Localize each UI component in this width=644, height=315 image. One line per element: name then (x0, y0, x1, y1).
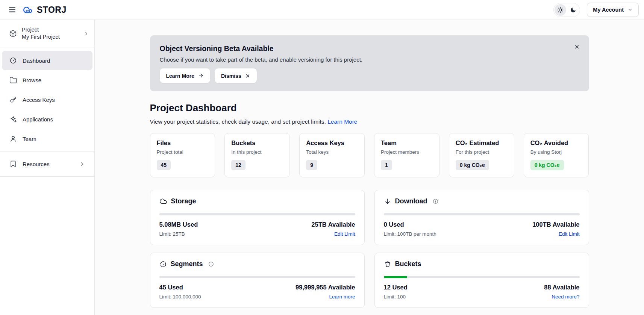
stat-subtitle: Project total (157, 149, 209, 155)
progress-bar (384, 276, 580, 278)
available-value: 25TB Available (311, 221, 355, 228)
page-subtitle: View your project statistics, check dail… (150, 118, 589, 125)
usage-footer: Limit: 100 Need more? (384, 294, 580, 300)
usage-card-buckets: Buckets 12 Used 88 Available Limit: 100 … (374, 253, 589, 308)
usage-values: 0 Used 100TB Available (384, 221, 580, 228)
learn-more-link[interactable]: Learn More (327, 118, 357, 125)
segments-icon (159, 260, 167, 268)
learn-more-button[interactable]: Learn More (160, 68, 210, 83)
limit-text: Limit: 100TB per month (384, 231, 436, 237)
stat-card-files: Files Project total 45 (150, 133, 215, 177)
usage-card-title: Storage (171, 197, 196, 205)
used-value: 12 Used (384, 284, 408, 291)
stat-title: Team (381, 139, 433, 147)
used-value: 0 Used (384, 221, 404, 228)
stat-value-badge: 1 (381, 160, 392, 170)
folder-icon (9, 76, 17, 84)
stat-value-badge: 0 kg CO₂e (530, 160, 564, 170)
banner-actions: Learn More Dismiss (160, 68, 579, 83)
stat-subtitle: By using Storj (530, 149, 582, 155)
sidebar-item-label: Resources (23, 161, 50, 167)
chevron-right-icon (83, 31, 89, 36)
storj-logo: STORJ (22, 5, 67, 15)
available-value: 99,999,955 Available (295, 284, 355, 291)
usage-card-title: Segments (171, 260, 203, 268)
sidebar-item-resources[interactable]: Resources (2, 154, 92, 174)
sidebar-item-label: Browse (23, 77, 41, 83)
sidebar-item-label: Applications (23, 116, 53, 123)
project-box-icon (9, 30, 17, 38)
my-account-label: My Account (593, 7, 624, 13)
usage-card-header: Storage (159, 197, 355, 205)
usage-card-title: Buckets (395, 260, 421, 268)
usage-card-header: Buckets (384, 260, 580, 268)
stat-title: Buckets (231, 139, 283, 147)
versioning-banner: Object Versioning Beta Available Choose … (150, 35, 589, 91)
info-icon[interactable] (208, 261, 214, 267)
sidebar-nav: Dashboard Browse Access Keys (0, 47, 94, 177)
usage-values: 45 Used 99,999,955 Available (159, 284, 355, 291)
stat-subtitle: For this project (456, 149, 508, 155)
cloud-icon (159, 197, 167, 205)
sidebar-divider (0, 176, 94, 177)
dismiss-button[interactable]: Dismiss (215, 68, 257, 83)
light-mode-button[interactable] (555, 4, 566, 16)
sidebar-item-dashboard[interactable]: Dashboard (2, 51, 92, 70)
available-value: 100TB Available (532, 221, 579, 228)
limit-text: Limit: 100,000,000 (159, 294, 201, 300)
applications-icon (9, 115, 17, 123)
close-icon (245, 73, 250, 79)
hamburger-icon (9, 7, 16, 13)
project-selector[interactable]: Project My First Project (0, 20, 94, 47)
sidebar-item-applications[interactable]: Applications (2, 109, 92, 129)
usage-footer: Limit: 100,000,000 Learn more (159, 294, 355, 300)
edit-limit-link[interactable]: Edit Limit (334, 231, 355, 237)
moon-icon (570, 7, 576, 13)
sidebar-item-label: Team (23, 136, 36, 142)
info-icon[interactable] (433, 198, 438, 204)
stat-card-access-keys: Access Keys Total keys 9 (299, 133, 365, 177)
sidebar: Project My First Project Dashboard (0, 20, 95, 315)
sidebar-item-label: Access Keys (23, 97, 55, 103)
stat-value-badge: 12 (231, 160, 245, 170)
storj-cloud-icon (22, 5, 33, 15)
dark-mode-button[interactable] (567, 4, 579, 16)
banner-title: Object Versioning Beta Available (160, 44, 579, 53)
topbar: STORJ My Account (0, 0, 644, 20)
need-more-link[interactable]: Need more? (552, 294, 579, 300)
page-title: Project Dashboard (150, 102, 589, 114)
edit-limit-link[interactable]: Edit Limit (559, 231, 580, 237)
limit-text: Limit: 25TB (159, 231, 185, 237)
bucket-icon (384, 260, 391, 268)
learn-more-link[interactable]: Learn more (329, 294, 355, 300)
limit-text: Limit: 100 (384, 294, 406, 300)
stat-value-badge: 0 kg CO₂e (456, 160, 489, 170)
stat-subtitle: In this project (231, 149, 283, 155)
learn-more-label: Learn More (166, 73, 194, 79)
banner-close-button[interactable] (572, 41, 582, 52)
stat-title: Files (157, 139, 209, 147)
topbar-actions: My Account (553, 3, 639, 17)
project-name: My First Project (22, 33, 79, 41)
sun-icon (557, 7, 564, 13)
menu-toggle-button[interactable] (5, 2, 20, 17)
banner-description: Choose if you want to take part of the b… (160, 56, 579, 63)
sidebar-item-browse[interactable]: Browse (2, 70, 92, 90)
usage-card-title: Download (395, 197, 427, 205)
logo-text: STORJ (37, 5, 67, 15)
dismiss-label: Dismiss (221, 73, 241, 79)
usage-values: 5.08MB Used 25TB Available (159, 221, 355, 228)
page-subtitle-text: View your project statistics, check dail… (150, 118, 326, 125)
used-value: 45 Used (159, 284, 183, 291)
project-label: Project (22, 26, 79, 33)
stat-card-buckets: Buckets In this project 12 (224, 133, 290, 177)
stats-row: Files Project total 45 Buckets In this p… (150, 133, 589, 177)
team-icon (9, 135, 17, 142)
stat-card-co2-estimated: CO₂ Estimated For this project 0 kg CO₂e (449, 133, 514, 177)
sidebar-item-team[interactable]: Team (2, 129, 92, 148)
sidebar-item-access-keys[interactable]: Access Keys (2, 90, 92, 109)
my-account-button[interactable]: My Account (587, 3, 639, 17)
progress-bar (159, 213, 355, 215)
available-value: 88 Available (544, 284, 579, 291)
stat-value-badge: 9 (306, 160, 317, 170)
